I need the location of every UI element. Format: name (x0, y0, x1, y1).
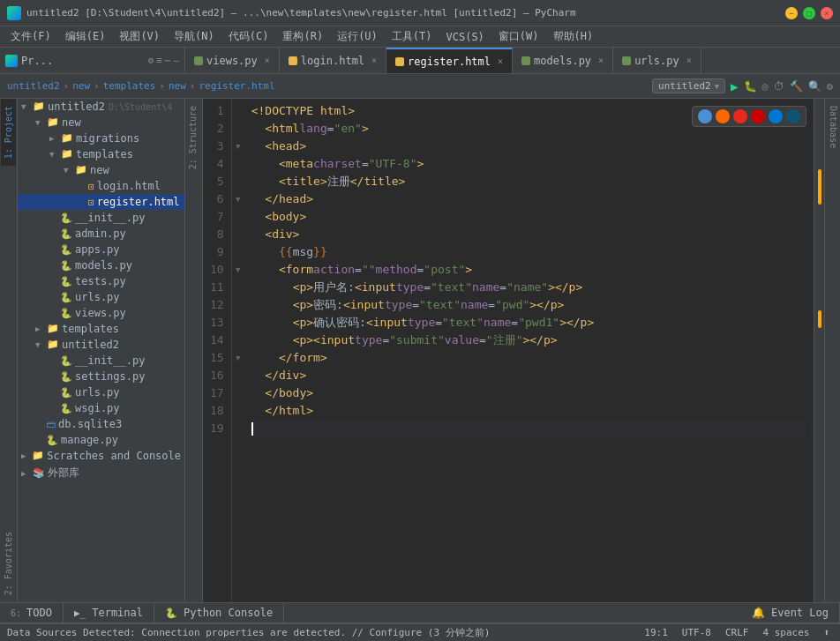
edge-icon[interactable] (769, 109, 783, 123)
gear-icon[interactable]: ⚙ (148, 55, 154, 66)
tab-close-icon[interactable]: × (265, 56, 270, 65)
menu-edit[interactable]: 编辑(E) (58, 27, 113, 46)
event-log-tab[interactable]: 🔔 Event Log (741, 603, 840, 622)
structure-label[interactable]: 2: Structure (185, 99, 202, 176)
project-tab-label[interactable]: Pr... (21, 55, 53, 67)
tab-models-py[interactable]: models.py × (513, 48, 613, 73)
tab-close-icon[interactable]: × (598, 56, 604, 65)
menu-tools[interactable]: 工具(T) (385, 27, 439, 46)
indent-selector[interactable]: 4 spaces (759, 627, 813, 638)
database-label[interactable]: Database (825, 99, 840, 155)
breadcrumb-sep: › (94, 80, 100, 92)
cursor-position[interactable]: 19:1 (641, 627, 671, 638)
folder-icon: 📁 (74, 164, 88, 176)
nav-templates[interactable]: templates (103, 80, 156, 92)
gear-nav-icon[interactable]: ⚙ (827, 80, 833, 93)
code-line-5: <title>注册</title> (251, 173, 806, 190)
tree-new-inner-folder[interactable]: ▼ 📁 new (18, 162, 184, 178)
tab-urls-py[interactable]: urls.py × (613, 48, 701, 73)
tab-views-py[interactable]: views.py × (185, 48, 280, 73)
build-button[interactable]: 🔨 (790, 80, 803, 93)
py-file-icon: 🐍 (60, 276, 72, 287)
tab-number: 6: (11, 608, 21, 618)
todo-tab[interactable]: 6: TODO (0, 603, 64, 622)
tree-new-folder[interactable]: ▼ 📁 new (18, 115, 184, 130)
left-panel-labels: 1: Project 2: Favorites (0, 99, 18, 602)
close-button[interactable]: × (821, 7, 833, 19)
fold-icon[interactable]: ▼ (236, 142, 240, 151)
line-ending-selector[interactable]: CRLF (722, 627, 753, 638)
menu-code[interactable]: 代码(C) (221, 27, 276, 46)
tree-register-html[interactable]: ⊡ register.html (18, 194, 184, 210)
git-icon[interactable]: ⬆ (820, 627, 833, 638)
tree-init-py[interactable]: 🐍 __init__.py (18, 210, 184, 226)
menu-file[interactable]: 文件(F) (4, 27, 58, 46)
tab-register-html[interactable]: register.html × (386, 48, 513, 73)
tree-login-html[interactable]: ⊡ login.html (18, 178, 184, 194)
tree-untitled2-folder[interactable]: ▼ 📁 untitled2 (18, 337, 184, 353)
encoding-selector[interactable]: UTF-8 (679, 627, 715, 638)
opera-icon[interactable] (751, 109, 765, 123)
tree-external-libs[interactable]: ▶ 📚 外部库 (18, 464, 184, 482)
tree-tests-py[interactable]: 🐍 tests.py (18, 273, 184, 289)
tab-close-icon[interactable]: × (686, 56, 692, 65)
project-panel-label[interactable]: 1: Project (1, 99, 16, 166)
safari-icon[interactable] (733, 109, 747, 123)
nav-new[interactable]: new (72, 80, 90, 92)
collapse-icon[interactable]: — (173, 55, 179, 66)
tree-init-py2[interactable]: 🐍 __init__.py (18, 353, 184, 369)
profile-button[interactable]: ⏱ (774, 80, 784, 93)
tree-manage-py[interactable]: 🐍 manage.py (18, 432, 184, 448)
tab-login-html[interactable]: login.html × (280, 48, 386, 73)
chrome-icon[interactable] (698, 109, 712, 123)
nav-new2[interactable]: new (169, 80, 186, 92)
fold-icon[interactable]: ▼ (236, 195, 240, 204)
menu-view[interactable]: 视图(V) (112, 27, 167, 46)
scroll-indicator[interactable] (814, 99, 824, 602)
expand-arrow-icon: ▶ (35, 324, 46, 333)
tree-urls-py-new[interactable]: 🐍 urls.py (18, 289, 184, 305)
fold-icon[interactable]: ▼ (236, 354, 240, 362)
minimize-button[interactable]: − (785, 7, 798, 19)
menu-window[interactable]: 窗口(W) (491, 27, 546, 46)
debug-button[interactable]: 🐛 (744, 80, 757, 93)
favorites-label[interactable]: 2: Favorites (1, 525, 16, 602)
settings-icon[interactable]: ⋯ (165, 55, 171, 66)
fold-icon[interactable]: ▼ (236, 265, 240, 274)
run-button[interactable]: ▶ (731, 79, 738, 93)
tree-models-py[interactable]: 🐍 models.py (18, 257, 184, 273)
tree-db-sqlite[interactable]: 🗃 db.sqlite3 (18, 416, 184, 432)
sort-icon[interactable]: ≡ (156, 55, 162, 66)
tree-urls-py-proj[interactable]: 🐍 urls.py (18, 384, 184, 400)
tab-close-icon[interactable]: × (498, 56, 503, 66)
nav-register[interactable]: register.html (199, 80, 274, 92)
python-console-tab[interactable]: 🐍 Python Console (154, 603, 284, 622)
firefox-icon[interactable] (716, 109, 730, 123)
code-line-7: <body> (251, 208, 806, 226)
menu-vcs[interactable]: VCS(S) (439, 29, 491, 45)
maximize-button[interactable]: □ (803, 7, 815, 19)
tree-scratches[interactable]: ▶ 📁 Scratches and Console (18, 448, 184, 464)
editor-tab-bar: Pr... ⚙ ≡ ⋯ — views.py × login.html × (0, 48, 840, 74)
tree-templates-folder[interactable]: ▼ 📁 templates (18, 146, 184, 162)
tree-apps-py[interactable]: 🐍 apps.py (18, 242, 184, 257)
tree-wsgi-py[interactable]: 🐍 wsgi.py (18, 400, 184, 416)
edge-old-icon[interactable] (786, 109, 800, 123)
project-selector[interactable]: untitled2 ▼ (652, 78, 725, 93)
tree-migrations-folder[interactable]: ▶ 📁 migrations (18, 130, 184, 146)
menu-refactor[interactable]: 重构(R) (275, 27, 330, 46)
tree-root[interactable]: ▼ 📁 untitled2 D:\Student\4 (18, 99, 184, 115)
tree-views-py[interactable]: 🐍 views.py (18, 305, 184, 321)
tree-admin-py[interactable]: 🐍 admin.py (18, 226, 184, 242)
nav-untitled2[interactable]: untitled2 (7, 80, 60, 92)
tree-settings-py[interactable]: 🐍 settings.py (18, 369, 184, 384)
coverage-button[interactable]: ◎ (762, 80, 769, 93)
tree-templates-top[interactable]: ▶ 📁 templates (18, 321, 184, 337)
menu-navigate[interactable]: 导航(N) (167, 27, 221, 46)
search-button[interactable]: 🔍 (808, 80, 821, 93)
code-editor[interactable]: <!DOCTYPE html> <html lang="en"> <head> … (244, 99, 814, 602)
tab-close-icon[interactable]: × (371, 56, 377, 65)
menu-help[interactable]: 帮助(H) (546, 27, 601, 46)
terminal-tab[interactable]: ▶_ Terminal (64, 603, 154, 622)
menu-run[interactable]: 运行(U) (330, 27, 385, 46)
